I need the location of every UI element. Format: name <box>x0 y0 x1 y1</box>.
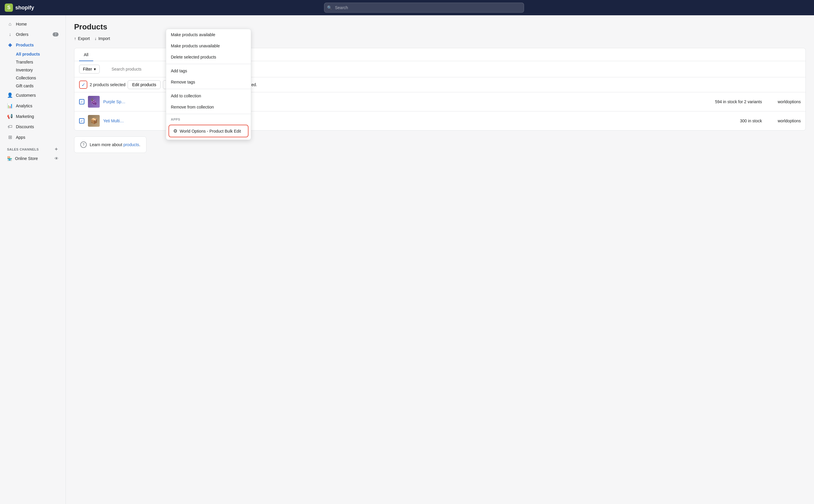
sidebar-item-home-label: Home <box>16 22 27 26</box>
layout: ⌂ Home ↓ Orders 7 ◈ Products All product… <box>0 15 814 504</box>
product-stock-yeti: 300 in stock <box>703 119 762 123</box>
global-search-input[interactable] <box>324 3 524 13</box>
sidebar-sub-gift-cards[interactable]: Gift cards <box>2 82 63 90</box>
checkbox-check-icon: ✓ <box>80 100 83 104</box>
products-submenu: All products Transfers Inventory Collect… <box>0 50 66 90</box>
shopify-logo-icon: S <box>5 4 13 12</box>
global-search-bar: 🔍 <box>324 3 524 13</box>
product-checkbox-purple[interactable]: ✓ <box>79 99 84 104</box>
orders-icon: ↓ <box>7 32 13 37</box>
dropdown-make-unavailable[interactable]: Make products unavailable <box>166 40 251 51</box>
apps-icon: ⊞ <box>7 134 13 140</box>
import-button[interactable]: ↓ Import <box>94 35 110 42</box>
add-sales-channel-button[interactable]: ＋ <box>54 146 59 152</box>
orders-badge: 7 <box>53 32 59 36</box>
sidebar-item-analytics[interactable]: 📊 Analytics <box>2 101 63 111</box>
dropdown-world-options-label: World Options - Product Bulk Edit <box>180 129 241 133</box>
checkbox-check-icon: ✓ <box>80 119 83 123</box>
eye-icon: 👁 <box>54 156 59 161</box>
dropdown-divider-2 <box>166 89 251 89</box>
filter-label: Filter <box>83 67 92 71</box>
sidebar-item-home[interactable]: ⌂ Home <box>2 19 63 29</box>
dropdown-add-collection[interactable]: Add to collection <box>166 90 251 101</box>
product-thumbnail-yeti: 📦 <box>88 115 100 127</box>
dropdown-delete[interactable]: Delete selected products <box>166 51 251 63</box>
sidebar-item-marketing[interactable]: 📢 Marketing <box>2 111 63 121</box>
dropdown-apps-label: APPS <box>166 115 251 122</box>
import-label: Import <box>98 36 110 41</box>
sidebar-sub-transfers[interactable]: Transfers <box>2 58 63 66</box>
products-selected-text: 2 products selected <box>90 82 125 87</box>
sales-channels-label: SALES CHANNELS <box>7 148 39 151</box>
sidebar-item-online-store[interactable]: 🏪 Online Store 👁 <box>2 154 63 163</box>
actions-dropdown-menu: Make products available Make products un… <box>166 29 251 140</box>
marketing-icon: 📢 <box>7 114 13 119</box>
sidebar-item-products-label: Products <box>16 43 34 47</box>
sidebar-item-online-store-label: Online Store <box>15 156 38 161</box>
dropdown-divider-3 <box>166 114 251 114</box>
customers-icon: 👤 <box>7 92 13 98</box>
top-nav: S shopify 🔍 <box>0 0 814 15</box>
sidebar-item-apps-label: Apps <box>16 135 25 140</box>
search-icon: 🔍 <box>327 5 332 10</box>
product-stock-purple: 594 in stock for 2 variants <box>703 99 762 104</box>
filter-button[interactable]: Filter ▾ <box>79 65 100 74</box>
sidebar-item-orders-label: Orders <box>16 32 29 37</box>
product-thumbnail-purple: 🍇 <box>88 96 100 108</box>
home-icon: ⌂ <box>7 21 13 27</box>
sidebar-item-discounts-label: Discounts <box>16 124 34 129</box>
select-all-checkbox[interactable]: ✓ <box>79 81 87 89</box>
sidebar-sub-all-products[interactable]: All products <box>2 50 63 58</box>
select-all-check-icon: ✓ <box>81 82 85 88</box>
learn-more-text: Learn more about products. <box>90 142 140 147</box>
sidebar-sub-inventory[interactable]: Inventory <box>2 66 63 74</box>
export-button[interactable]: ↑ Export <box>74 35 90 42</box>
export-icon: ↑ <box>74 36 76 41</box>
dropdown-divider-1 <box>166 64 251 64</box>
sidebar-item-products[interactable]: ◈ Products <box>2 40 63 50</box>
sidebar-item-apps[interactable]: ⊞ Apps <box>2 132 63 142</box>
main-content: Products ↑ Export ↓ Import All Filter ▾ <box>66 15 814 504</box>
import-icon: ↓ <box>94 36 96 41</box>
sidebar-item-customers-label: Customers <box>16 93 36 98</box>
export-label: Export <box>78 36 90 41</box>
sidebar-item-orders[interactable]: ↓ Orders 7 <box>2 29 63 39</box>
product-checkbox-yeti[interactable]: ✓ <box>79 118 84 124</box>
sidebar-sub-collections[interactable]: Collections <box>2 74 63 82</box>
dropdown-remove-tags[interactable]: Remove tags <box>166 76 251 88</box>
sidebar-item-analytics-label: Analytics <box>16 104 32 108</box>
learn-more-box: ? Learn more about products. <box>74 136 146 153</box>
shopify-logo[interactable]: S shopify <box>5 4 34 12</box>
product-channel-yeti: worldoptions <box>765 119 801 123</box>
sales-channels-section: SALES CHANNELS ＋ <box>0 143 66 153</box>
info-icon: ? <box>80 141 87 148</box>
learn-more-link[interactable]: products <box>123 142 139 147</box>
product-channel-purple: worldoptions <box>765 99 801 104</box>
world-options-icon: ⚙ <box>173 128 177 134</box>
dropdown-world-options[interactable]: ⚙ World Options - Product Bulk Edit <box>169 125 248 137</box>
analytics-icon: 📊 <box>7 103 13 109</box>
sidebar-item-marketing-label: Marketing <box>16 114 34 119</box>
sidebar-item-discounts[interactable]: 🏷 Discounts <box>2 122 63 132</box>
tab-all[interactable]: All <box>79 48 93 61</box>
filter-chevron-icon: ▾ <box>94 67 96 71</box>
sidebar-item-customers[interactable]: 👤 Customers <box>2 90 63 100</box>
sidebar: ⌂ Home ↓ Orders 7 ◈ Products All product… <box>0 15 66 504</box>
dropdown-add-tags[interactable]: Add tags <box>166 65 251 76</box>
discounts-icon: 🏷 <box>7 124 13 129</box>
online-store-icon: 🏪 <box>7 156 12 161</box>
dropdown-make-available[interactable]: Make products available <box>166 29 251 40</box>
shopify-logo-text: shopify <box>15 5 34 11</box>
edit-products-button[interactable]: Edit products <box>128 80 161 89</box>
products-icon: ◈ <box>7 42 13 48</box>
dropdown-remove-collection[interactable]: Remove from collection <box>166 101 251 113</box>
